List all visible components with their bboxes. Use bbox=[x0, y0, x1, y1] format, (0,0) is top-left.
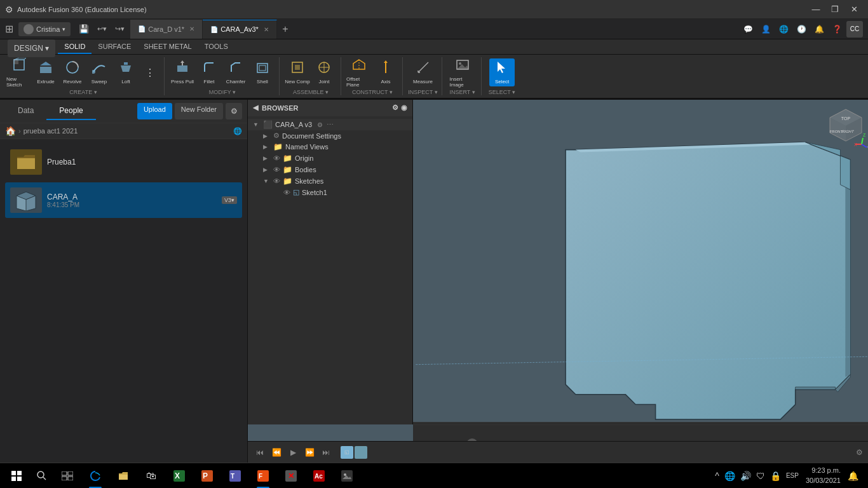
timeline-play-btn[interactable]: ▶ bbox=[286, 445, 300, 459]
history-icon[interactable]: 🕐 bbox=[793, 21, 810, 37]
maximize-button[interactable]: ❐ bbox=[826, 1, 844, 18]
user-badge[interactable]: Cristina ▾ bbox=[18, 22, 71, 36]
viewport[interactable]: ◀ BROWSER ⚙ ◉ ▼ ⬛ CARA_A v3 ⚙ ⋯ bbox=[248, 100, 868, 463]
version-badge[interactable]: V3▾ bbox=[222, 196, 237, 204]
shell-btn[interactable]: Shell bbox=[250, 58, 275, 86]
taskbar-excel[interactable]: X bbox=[165, 463, 193, 489]
close-button[interactable]: ✕ bbox=[845, 1, 863, 18]
loft-btn[interactable]: Loft bbox=[113, 58, 139, 86]
chamfer-btn[interactable]: Chamfer bbox=[223, 58, 248, 86]
axis-btn[interactable]: Axis bbox=[373, 58, 398, 86]
new-folder-button[interactable]: New Folder bbox=[175, 103, 223, 119]
measure-btn[interactable]: Measure bbox=[410, 58, 436, 86]
revolve-btn[interactable]: Revolve bbox=[60, 58, 85, 86]
save-button[interactable]: 💾 bbox=[76, 21, 92, 37]
taskbar-teams[interactable]: T bbox=[221, 463, 249, 489]
ribbon-tab-sheetmetal[interactable]: SHEET METAL bbox=[137, 40, 198, 54]
expand-icon[interactable]: ▶ bbox=[263, 144, 271, 150]
breadcrumb-item[interactable]: prueba act1 2021 bbox=[24, 127, 78, 135]
doc-tab-active-close[interactable]: ✕ bbox=[264, 26, 269, 33]
tree-root-item[interactable]: ▼ ⬛ CARA_A v3 ⚙ ⋯ bbox=[248, 119, 412, 130]
expand-icon[interactable]: ▶ bbox=[263, 133, 271, 139]
notification-icon[interactable]: 🔔 bbox=[811, 21, 827, 37]
sketch-timeline-item[interactable]: ◱ bbox=[341, 446, 353, 459]
app-menu-icon[interactable]: ⊞ bbox=[5, 23, 13, 35]
root-settings-icon[interactable]: ⚙ bbox=[317, 121, 323, 128]
tree-item-bodies[interactable]: ▶ 👁 📁 Bodies bbox=[248, 164, 412, 175]
taskbar-file-explorer[interactable] bbox=[109, 463, 137, 489]
eye-icon[interactable]: 👁 bbox=[273, 154, 280, 162]
notifications-icon[interactable]: 🔔 bbox=[846, 471, 860, 481]
browser-settings-icon[interactable]: ⚙ bbox=[392, 104, 398, 112]
doc-tab-close[interactable]: ✕ bbox=[189, 25, 194, 32]
ribbon-tab-solid[interactable]: SOLID bbox=[58, 40, 92, 54]
insert-image-btn[interactable]: Insert Image bbox=[450, 58, 475, 86]
expand-icon[interactable]: ▼ bbox=[263, 178, 271, 184]
create-sketch-btn[interactable]: New Sketch bbox=[6, 58, 32, 86]
timeline-end-btn[interactable]: ⏭ bbox=[319, 445, 333, 459]
sweep-btn[interactable]: Sweep bbox=[86, 58, 112, 86]
expand-icon[interactable]: ▼ bbox=[253, 121, 261, 128]
joint-btn[interactable]: Joint bbox=[311, 58, 337, 86]
eye-icon[interactable]: 👁 bbox=[283, 189, 290, 196]
expand-icon[interactable]: ▶ bbox=[263, 155, 271, 161]
list-item[interactable]: Prueba1 bbox=[5, 144, 242, 180]
press-pull-btn[interactable]: Press Pull bbox=[170, 58, 195, 86]
doc-tab-active[interactable]: 📄 CARA_Av3* ✕ bbox=[203, 20, 277, 39]
vpn-icon[interactable]: 🔒 bbox=[768, 471, 783, 481]
settings-icon[interactable]: ⚙ bbox=[226, 103, 242, 119]
offset-plane-btn[interactable]: Offset Plane bbox=[346, 58, 372, 86]
select-btn[interactable]: Select bbox=[489, 58, 515, 86]
show-hidden-icon[interactable]: ^ bbox=[713, 471, 721, 481]
timeline-next-btn[interactable]: ⏩ bbox=[302, 445, 316, 459]
tree-item-sketch1[interactable]: 👁 ◱ Sketch1 bbox=[248, 187, 412, 198]
upload-button[interactable]: Upload bbox=[137, 103, 172, 119]
timeline-prev-btn[interactable]: ⏪ bbox=[269, 445, 283, 459]
taskbar-search-button[interactable] bbox=[31, 463, 53, 489]
ribbon-tab-tools[interactable]: TOOLS bbox=[198, 40, 234, 54]
chat-icon[interactable]: 💬 bbox=[740, 21, 756, 37]
sound-icon[interactable]: 🔊 bbox=[738, 471, 753, 481]
model-3d-area[interactable]: TOP RIGHT FRONT X Z Y bbox=[413, 100, 868, 424]
extrude-btn[interactable]: Extrude bbox=[33, 58, 58, 86]
timeline-settings-icon[interactable]: ⚙ bbox=[856, 448, 863, 457]
doc-tab-inactive[interactable]: 📄 Cara_D v1* ✕ bbox=[130, 20, 203, 39]
taskbar-app9[interactable]: ✕ bbox=[277, 463, 305, 489]
fillet-btn[interactable]: Fillet bbox=[196, 58, 222, 86]
help-icon[interactable]: ❓ bbox=[829, 21, 845, 37]
ribbon-tab-surface[interactable]: SURFACE bbox=[92, 40, 137, 54]
taskbar-fusion360[interactable]: F bbox=[249, 463, 277, 489]
system-clock[interactable]: 9:23 p.m. 30/03/2021 bbox=[802, 466, 844, 485]
browser-pin-icon[interactable]: ◉ bbox=[401, 104, 407, 112]
design-dropdown[interactable]: DESIGN ▾ bbox=[8, 39, 55, 57]
tree-item-origin[interactable]: ▶ 👁 📁 Origin bbox=[248, 152, 412, 164]
taskbar-powerpoint[interactable]: P bbox=[193, 463, 221, 489]
new-tab-button[interactable]: + bbox=[277, 21, 294, 37]
tree-item-sketches[interactable]: ▼ 👁 📁 Sketches bbox=[248, 175, 412, 187]
create-more-btn[interactable]: ⋮ bbox=[140, 58, 160, 86]
antivirus-icon[interactable]: 🛡 bbox=[754, 471, 767, 481]
cc-icon[interactable]: CC bbox=[846, 21, 863, 37]
left-tab-data[interactable]: Data bbox=[5, 102, 46, 120]
expand-icon[interactable]: ▶ bbox=[263, 166, 271, 173]
taskbar-photos[interactable] bbox=[333, 463, 361, 489]
browser-collapse-btn[interactable]: ◀ bbox=[253, 104, 258, 112]
taskbar-acrobat[interactable]: Ac bbox=[305, 463, 333, 489]
eye-icon[interactable]: 👁 bbox=[273, 166, 280, 173]
tree-item-named-views[interactable]: ▶ 📁 Document Settings Named Views bbox=[248, 141, 412, 152]
network-icon[interactable]: 🌐 bbox=[722, 471, 737, 481]
taskbar-edge[interactable] bbox=[81, 463, 109, 489]
account-icon[interactable]: 👤 bbox=[757, 21, 774, 37]
left-tab-people[interactable]: People bbox=[46, 102, 95, 120]
redo-button[interactable]: ↪▾ bbox=[111, 21, 128, 37]
breadcrumb-home[interactable]: 🏠 bbox=[5, 126, 16, 136]
start-button[interactable] bbox=[3, 463, 31, 489]
taskbar-store[interactable]: 🛍 bbox=[137, 463, 165, 489]
view-cube[interactable]: TOP RIGHT FRONT X Z Y bbox=[824, 106, 862, 144]
undo-button[interactable]: ↩▾ bbox=[93, 21, 110, 37]
cloud-icon[interactable]: 🌐 bbox=[775, 21, 792, 37]
taskbar-task-view[interactable] bbox=[53, 463, 81, 489]
minimize-button[interactable]: — bbox=[807, 1, 825, 18]
tree-item-document-settings[interactable]: ▶ ⚙ Document Settings bbox=[248, 130, 412, 141]
new-component-btn[interactable]: New Comp bbox=[285, 58, 310, 86]
